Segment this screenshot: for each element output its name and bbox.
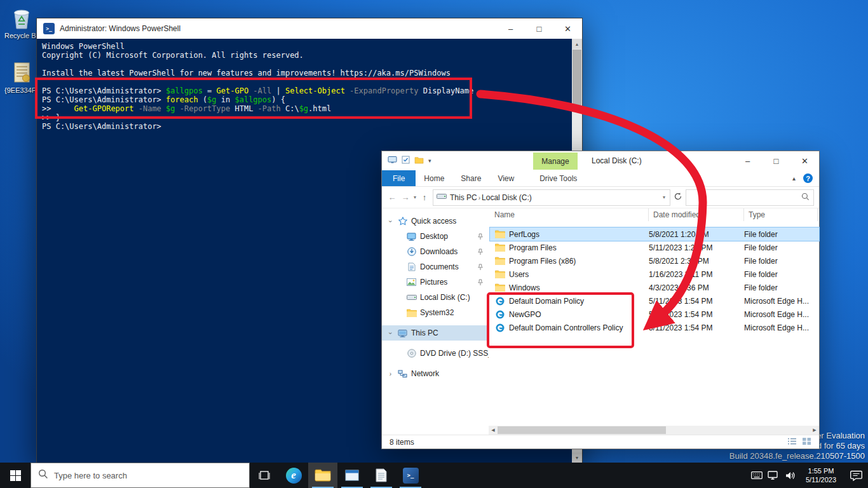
touch-keyboard-icon[interactable] (749, 463, 765, 488)
maximize-button[interactable]: □ (525, 18, 553, 39)
scrollbar-thumb[interactable] (573, 50, 581, 110)
scroll-left-icon[interactable]: ◀ (489, 426, 498, 435)
clock-time: 1:55 PM (808, 466, 834, 475)
close-button[interactable]: ✕ (790, 151, 819, 170)
qat-properties-icon[interactable] (402, 155, 410, 166)
explorer-window-title: Local Disk (C:) (592, 156, 642, 165)
tab-home[interactable]: Home (416, 170, 452, 186)
explorer-titlebar[interactable]: ▾ Manage Local Disk (C:) – □ ✕ (382, 151, 819, 170)
taskbar-notepad-button[interactable] (367, 463, 396, 488)
address-dropdown-chevron-icon[interactable]: ▾ (663, 194, 667, 200)
file-row-program-files[interactable]: Program Files5/11/2023 1:28 PMFile folde… (490, 241, 819, 254)
sidebar-item-network[interactable]: ›Network (382, 366, 489, 381)
powershell-titlebar[interactable]: >_ Administrator: Windows PowerShell – □… (37, 18, 582, 39)
crumb-this-pc[interactable]: This PC (450, 193, 477, 202)
sidebar-item-local-disk-c[interactable]: Local Disk (C:) (382, 290, 489, 305)
file-row-program-files-x86[interactable]: Program Files (x86)5/8/2021 2:39 PMFile … (490, 254, 819, 268)
tab-drive-tools[interactable]: Drive Tools (531, 170, 585, 186)
sidebar-item-downloads[interactable]: Downloads (382, 244, 489, 259)
explorer-search-input[interactable] (686, 189, 814, 206)
file-modified: 5/11/2023 1:54 PM (649, 297, 744, 306)
maximize-button[interactable]: □ (762, 151, 790, 170)
address-field[interactable]: This PC›Local Disk (C:) ▾ (433, 189, 670, 206)
help-icon[interactable]: ? (803, 173, 813, 183)
scroll-up-icon[interactable]: ▲ (572, 39, 582, 49)
taskbar-edge-button[interactable]: e (279, 463, 308, 488)
sidebar-item-label: System32 (420, 308, 454, 317)
column-header-name[interactable]: Name (490, 208, 649, 221)
action-center-button[interactable] (844, 463, 868, 488)
sidebar-item-label: Pictures (420, 278, 447, 287)
sidebar-item-dvd-drive-d-sss-x6[interactable]: DVD Drive (D:) SSS_X6... (382, 346, 489, 361)
task-view-button[interactable] (250, 463, 279, 488)
horizontal-scrollbar[interactable]: ◀ ▶ (489, 426, 819, 435)
forward-icon[interactable]: → (400, 193, 410, 202)
start-button[interactable] (0, 463, 31, 488)
scroll-right-icon[interactable]: ▶ (810, 426, 819, 435)
tab-view[interactable]: View (489, 170, 522, 186)
crumb-local-disk-c[interactable]: Local Disk (C:) (482, 193, 532, 202)
ribbon-tab-bar: File Home Share View Drive Tools ▴ ? (382, 170, 819, 187)
desktop-icon-recycle-bin[interactable]: Recycle Bin (4, 5, 39, 39)
file-row-perflogs[interactable]: PerfLogs5/8/2021 1:20 PMFile folder (490, 227, 819, 241)
scroll-down-icon[interactable]: ▼ (572, 452, 582, 463)
tab-share[interactable]: Share (452, 170, 489, 186)
sidebar-item-documents[interactable]: Documents (382, 259, 489, 274)
file-row-newgpo[interactable]: NewGPO5/11/2023 1:54 PMMicrosoft Edge H.… (490, 308, 819, 321)
edge-html-file-icon (494, 297, 505, 306)
tab-file[interactable]: File (382, 170, 416, 186)
thumbnails-view-icon[interactable] (802, 437, 811, 447)
column-header-type[interactable]: Type (744, 208, 818, 221)
column-headers: NameDate modifiedType (490, 208, 819, 221)
expander-chevron-icon[interactable]: › (387, 218, 394, 225)
volume-icon[interactable] (782, 463, 798, 488)
manage-contextual-tab[interactable]: Manage (533, 152, 578, 170)
file-type: File folder (744, 243, 818, 252)
taskbar-search-input[interactable]: Type here to search (31, 463, 250, 488)
taskbar-explorer-button[interactable] (308, 463, 337, 488)
desktop-icon-gpo-backup[interactable]: {9EE334F5... (4, 61, 39, 94)
up-icon[interactable]: ↑ (419, 193, 430, 202)
taskbar-powershell-button[interactable]: >_ (396, 463, 425, 488)
network-icon[interactable] (765, 463, 782, 488)
file-type: File folder (744, 283, 818, 292)
minimize-button[interactable]: – (733, 151, 762, 170)
folder-icon (494, 283, 505, 292)
address-bar: ← → ▾ ↑ This PC›Local Disk (C:) ▾ (382, 187, 819, 208)
file-modified: 4/3/2023 3:36 PM (649, 283, 744, 292)
sidebar-item-system32[interactable]: System32 (382, 305, 489, 320)
refresh-icon[interactable] (674, 192, 682, 203)
file-row-windows[interactable]: Windows4/3/2023 3:36 PMFile folder (490, 281, 819, 294)
expander-chevron-icon[interactable]: › (387, 370, 394, 377)
close-button[interactable]: ✕ (553, 18, 582, 39)
sidebar-item-pictures[interactable]: Pictures (382, 274, 489, 290)
details-view-icon[interactable] (787, 437, 797, 447)
column-header-date-modified[interactable]: Date modified (649, 208, 744, 221)
file-explorer-icon (315, 469, 331, 482)
minimize-button[interactable]: – (496, 18, 525, 39)
collapse-ribbon-chevron-icon[interactable]: ▴ (792, 175, 796, 182)
expander-chevron-icon[interactable]: › (387, 330, 394, 337)
sidebar-item-label: Documents (420, 262, 459, 271)
file-modified: 1/16/2023 3:11 PM (649, 270, 744, 279)
sidebar-item-desktop[interactable]: Desktop (382, 229, 489, 244)
scrollbar-thumb[interactable] (498, 426, 666, 434)
watermark-line-3: Build 20348.fe_release.210507-1500 (700, 451, 865, 461)
sidebar-item-label: Desktop (420, 232, 448, 241)
sidebar-item-quick-access[interactable]: ›Quick access (382, 214, 489, 229)
file-row-default-domain-policy[interactable]: Default Domain Policy5/11/2023 1:54 PMMi… (490, 294, 819, 308)
qat-new-folder-icon[interactable] (414, 155, 424, 166)
file-row-users[interactable]: Users1/16/2023 3:11 PMFile folder (490, 268, 819, 281)
pin-icon (477, 248, 484, 255)
file-name: Program Files (509, 243, 557, 252)
taskbar-window-app-button[interactable] (337, 463, 367, 488)
task-view-icon (258, 470, 271, 481)
file-row-default-domain-controllers-policy[interactable]: Default Domain Controllers Policy5/11/20… (490, 321, 819, 334)
recent-locations-chevron-icon[interactable]: ▾ (414, 194, 416, 200)
sidebar-item-this-pc[interactable]: ›This PC (382, 325, 489, 341)
qat-customize-chevron-icon[interactable]: ▾ (428, 158, 431, 164)
back-icon[interactable]: ← (387, 193, 397, 202)
folder-icon (494, 270, 505, 278)
taskbar-clock[interactable]: 1:55 PM 5/11/2023 (798, 463, 844, 488)
pictures-icon (406, 278, 417, 286)
